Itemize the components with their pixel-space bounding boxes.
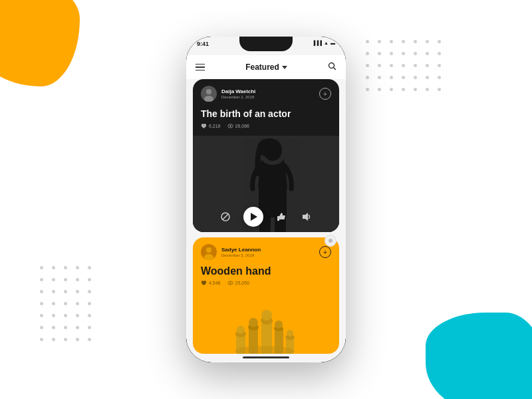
phone-notch bbox=[239, 37, 293, 51]
player-controls bbox=[193, 207, 339, 227]
play-icon bbox=[251, 213, 257, 221]
add-button-dark[interactable]: + bbox=[319, 88, 331, 100]
like-button[interactable] bbox=[274, 209, 289, 224]
card-header-orange: Sadye Leannon December 2, 2018 + bbox=[193, 237, 339, 264]
card-header-dark: Daija Waelchi December 2, 2018 + bbox=[193, 79, 339, 106]
username-orange: Sadye Leannon bbox=[221, 247, 261, 253]
card-stats-dark: 6,218 26,086 bbox=[193, 123, 339, 133]
chevron-down-icon bbox=[282, 66, 287, 69]
battery-icon: ▬ bbox=[331, 41, 335, 45]
svg-point-16 bbox=[206, 247, 211, 253]
card-title-orange: Wooden hand bbox=[193, 264, 339, 280]
svg-point-17 bbox=[204, 254, 213, 260]
avatar-dark bbox=[201, 86, 217, 102]
views-stat-dark: 26,086 bbox=[227, 123, 249, 129]
user-details-dark: Daija Waelchi December 2, 2018 bbox=[221, 88, 255, 99]
blob-orange bbox=[0, 0, 80, 86]
volume-button[interactable] bbox=[299, 209, 314, 224]
top-bar: Featured bbox=[186, 55, 346, 79]
svg-point-34 bbox=[287, 330, 293, 336]
status-icons: ▐▐▐ ▲ ▬ bbox=[312, 41, 335, 45]
svg-point-25 bbox=[249, 318, 258, 327]
card-title-dark: The birth of an actor bbox=[193, 106, 339, 123]
date-dark: December 2, 2018 bbox=[221, 95, 255, 99]
svg-point-19 bbox=[229, 282, 231, 283]
svg-point-28 bbox=[261, 310, 272, 321]
add-button-orange[interactable]: + bbox=[319, 246, 331, 258]
no-symbol-button[interactable] bbox=[218, 209, 233, 224]
home-indicator bbox=[243, 356, 289, 358]
likes-stat-dark: 6,218 bbox=[201, 123, 221, 129]
phone-screen: 9:41 ▐▐▐ ▲ ▬ Featured bbox=[186, 37, 346, 362]
menu-button[interactable] bbox=[196, 64, 205, 71]
play-button[interactable] bbox=[243, 207, 263, 227]
svg-point-31 bbox=[275, 321, 283, 329]
avatar-orange bbox=[201, 244, 217, 260]
dots-top-right bbox=[366, 40, 446, 96]
svg-point-3 bbox=[204, 96, 213, 102]
svg-line-1 bbox=[334, 68, 336, 70]
svg-point-22 bbox=[237, 326, 245, 334]
svg-point-5 bbox=[229, 125, 231, 126]
scroll-indicator[interactable] bbox=[325, 235, 336, 247]
page-title: Featured bbox=[245, 63, 279, 72]
svg-point-2 bbox=[206, 89, 211, 94]
search-button[interactable] bbox=[328, 61, 336, 73]
card-featured-dark: Daija Waelchi December 2, 2018 + The bir… bbox=[193, 79, 339, 232]
user-details-orange: Sadye Leannon December 2, 2018 bbox=[221, 247, 261, 257]
signal-icon: ▐▐▐ bbox=[312, 41, 322, 45]
screen-content: Featured bbox=[186, 37, 346, 362]
date-orange: December 2, 2018 bbox=[221, 253, 261, 257]
wooden-hand-image bbox=[193, 301, 339, 354]
dots-bottom-left bbox=[40, 266, 96, 346]
user-info-dark: Daija Waelchi December 2, 2018 bbox=[201, 86, 255, 102]
svg-marker-14 bbox=[303, 213, 308, 221]
phone-frame: 9:41 ▐▐▐ ▲ ▬ Featured bbox=[186, 37, 346, 362]
featured-title-area[interactable]: Featured bbox=[245, 63, 287, 72]
svg-line-13 bbox=[223, 214, 228, 219]
status-time: 9:41 bbox=[197, 41, 209, 47]
username-dark: Daija Waelchi bbox=[221, 88, 255, 95]
blob-blue bbox=[426, 313, 532, 399]
card-featured-orange: Sadye Leannon December 2, 2018 + Wooden … bbox=[193, 237, 339, 354]
views-stat-orange: 25,050 bbox=[227, 280, 249, 286]
wifi-icon: ▲ bbox=[324, 41, 329, 45]
card-stats-orange: 4,548 25,050 bbox=[193, 280, 339, 290]
svg-point-15 bbox=[329, 239, 332, 243]
user-info-orange: Sadye Leannon December 2, 2018 bbox=[201, 244, 261, 260]
likes-stat-orange: 4,548 bbox=[201, 280, 221, 286]
card-image-dark bbox=[193, 136, 339, 232]
